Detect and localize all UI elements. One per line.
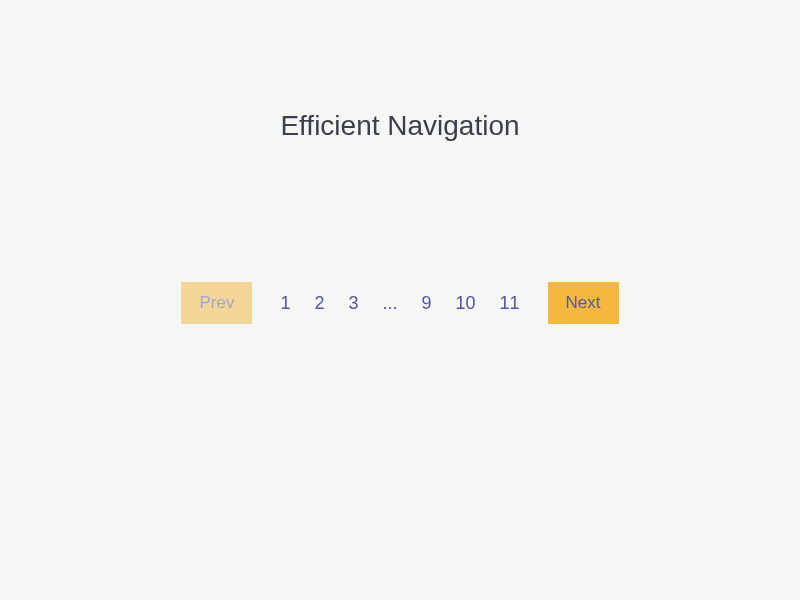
page-number[interactable]: 1 bbox=[280, 293, 290, 314]
page-number[interactable]: 11 bbox=[500, 293, 520, 314]
page-ellipsis: ... bbox=[382, 293, 397, 314]
pagination: Prev 1 2 3 ... 9 10 11 Next bbox=[181, 282, 618, 324]
page-number[interactable]: 10 bbox=[456, 293, 476, 314]
page-number[interactable]: 2 bbox=[314, 293, 324, 314]
page-number[interactable]: 9 bbox=[421, 293, 431, 314]
next-button[interactable]: Next bbox=[548, 282, 619, 324]
page-number[interactable]: 3 bbox=[348, 293, 358, 314]
prev-button[interactable]: Prev bbox=[181, 282, 252, 324]
page-list: 1 2 3 ... 9 10 11 bbox=[280, 293, 519, 314]
page-title: Efficient Navigation bbox=[280, 110, 519, 142]
